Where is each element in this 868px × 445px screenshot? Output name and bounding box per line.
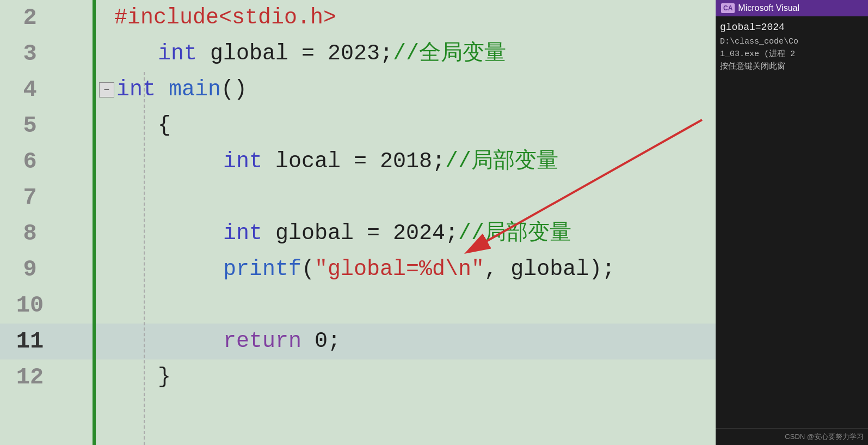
console-path2: 1_03.exe (进程 2 bbox=[720, 48, 864, 59]
line-8-content: int global = 2024 ; //局部变量 bbox=[114, 216, 571, 252]
code-line-12: 12 } bbox=[0, 359, 716, 395]
line-3-comment: //全局变量 bbox=[393, 36, 506, 72]
line-number-12: 12 bbox=[0, 364, 65, 391]
line-6-content: int local = 2018 ; //局部变量 bbox=[114, 144, 558, 180]
line-8-int: int bbox=[223, 216, 275, 252]
code-editor: 2 #include<stdio.h> 3 int global = 2023 … bbox=[0, 0, 716, 445]
line-12-brace: } bbox=[158, 359, 171, 395]
line-6-local: local = bbox=[275, 144, 380, 180]
green-bar bbox=[93, 0, 96, 445]
line-8-num: 2024 bbox=[393, 216, 445, 252]
line-8-semi: ; bbox=[445, 216, 458, 252]
line-number-11: 11 bbox=[0, 328, 65, 355]
line-11-return: return bbox=[223, 324, 315, 359]
line-4-parens: () bbox=[221, 72, 247, 108]
line-3-global: global = bbox=[210, 36, 328, 72]
console-path3: 按任意键关闭此窗 bbox=[720, 61, 864, 71]
line-12-content: } bbox=[114, 359, 171, 395]
line-number-9: 9 bbox=[0, 257, 65, 283]
line-9-content: printf ( "global=%d\n" , global ); bbox=[114, 252, 615, 288]
line-6-semi: ; bbox=[432, 144, 445, 180]
line-number-4: 4 bbox=[0, 77, 65, 103]
console-header-title: Microsoft Visual bbox=[738, 3, 799, 13]
console-output: global=2024 bbox=[720, 22, 864, 33]
code-line-11: 11 return 0 ; bbox=[0, 324, 716, 359]
code-line-4: 4 − int main () bbox=[0, 72, 716, 108]
collapse-btn-4[interactable]: − bbox=[99, 82, 114, 97]
line-6-int: int bbox=[223, 144, 275, 180]
line-number-2: 2 bbox=[0, 5, 65, 31]
line-9-global: global bbox=[510, 252, 589, 288]
line-9-str: "global=%d\n" bbox=[315, 252, 484, 288]
code-line-5: 5 { bbox=[0, 108, 716, 144]
line-6-comment: //局部变量 bbox=[445, 144, 558, 180]
code-line-7: 7 bbox=[0, 180, 716, 216]
line-3-semi: ; bbox=[380, 36, 393, 72]
console-path: D:\class_code\Co bbox=[720, 37, 864, 46]
console-icon: CA bbox=[721, 3, 735, 13]
line-5-content: { bbox=[114, 108, 171, 144]
line-2-content: #include<stdio.h> bbox=[114, 0, 336, 36]
line-4-int: int bbox=[116, 72, 169, 108]
code-line-10: 10 bbox=[0, 288, 716, 324]
line-9-close: ); bbox=[589, 252, 615, 288]
line-5-brace: { bbox=[158, 108, 171, 144]
line-number-6: 6 bbox=[0, 149, 65, 175]
line-6-num: 2018 bbox=[380, 144, 432, 180]
line-9-paren: ( bbox=[301, 252, 315, 288]
line-4-main: main bbox=[169, 72, 221, 108]
console-header: CA Microsoft Visual bbox=[716, 0, 868, 16]
line-11-semi: ; bbox=[328, 324, 341, 359]
line-number-7: 7 bbox=[0, 185, 65, 211]
code-line-6: 6 int local = 2018 ; //局部变量 bbox=[0, 144, 716, 180]
line-11-content: return 0 ; bbox=[114, 324, 341, 359]
line-number-5: 5 bbox=[0, 113, 65, 139]
line-4-content: int main () bbox=[116, 72, 247, 108]
code-line-3: 3 int global = 2023 ; //全局变量 bbox=[0, 36, 716, 72]
main-container: 2 #include<stdio.h> 3 int global = 2023 … bbox=[0, 0, 868, 445]
code-lines: 2 #include<stdio.h> 3 int global = 2023 … bbox=[0, 0, 716, 395]
line-2-token-0: #include<stdio.h> bbox=[114, 0, 336, 36]
line-8-global: global = bbox=[275, 216, 393, 252]
indent-line-main bbox=[144, 72, 145, 445]
console-footer: CSDN @安心要努力学习 bbox=[716, 428, 868, 445]
line-3-num: 2023 bbox=[328, 36, 380, 72]
line-3-int: int bbox=[158, 36, 210, 72]
line-3-content: int global = 2023 ; //全局变量 bbox=[114, 36, 506, 72]
line-11-zero: 0 bbox=[315, 324, 328, 359]
code-line-2: 2 #include<stdio.h> bbox=[0, 0, 716, 36]
line-8-comment: //局部变量 bbox=[458, 216, 571, 252]
code-line-8: 8 int global = 2024 ; //局部变量 bbox=[0, 216, 716, 252]
console-panel: CA Microsoft Visual global=2024 D:\class… bbox=[716, 0, 868, 445]
line-number-3: 3 bbox=[0, 41, 65, 67]
line-9-printf: printf bbox=[223, 252, 301, 288]
console-content: global=2024 D:\class_code\Co 1_03.exe (进… bbox=[716, 16, 868, 428]
code-line-9: 9 printf ( "global=%d\n" , global ); bbox=[0, 252, 716, 288]
line-9-comma: , bbox=[484, 252, 510, 288]
line-number-8: 8 bbox=[0, 221, 65, 247]
line-number-10: 10 bbox=[0, 292, 65, 319]
